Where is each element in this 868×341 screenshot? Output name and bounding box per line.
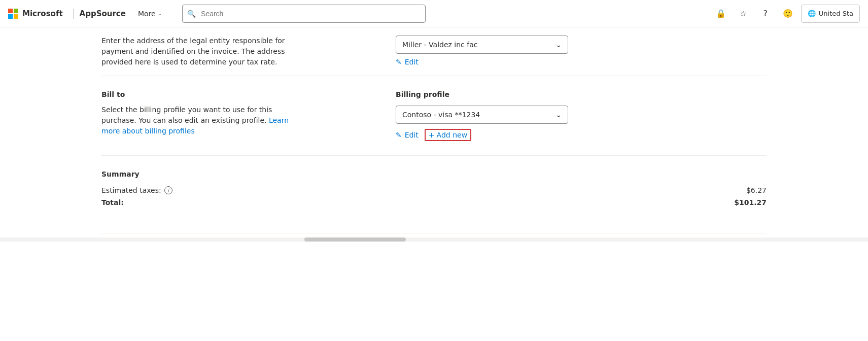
ms-grid-icon	[8, 9, 18, 19]
star-icon: ☆	[740, 9, 747, 18]
add-new-button[interactable]: + Add new	[425, 129, 471, 141]
edit-pencil-icon: ✎	[396, 131, 402, 139]
lock-icon: 🔒	[716, 9, 726, 18]
summary-title: Summary	[101, 170, 767, 178]
search-container: 🔍	[182, 5, 426, 23]
billing-profile-label: Billing profile	[396, 90, 568, 98]
region-label: United Sta	[819, 10, 853, 17]
estimated-taxes-label: Estimated taxes:	[101, 186, 161, 194]
top-edit-link[interactable]: ✎ Edit	[396, 58, 568, 66]
horizontal-scrollbar[interactable]	[0, 237, 868, 242]
bill-to-description: Select the billing profile you want to u…	[101, 105, 294, 137]
billing-profile-value: Contoso - visa **1234	[402, 111, 480, 119]
microsoft-brand: Microsoft	[22, 9, 63, 18]
bill-to-right: Billing profile Contoso - visa **1234 ⌄ …	[396, 90, 568, 141]
edit-pencil-icon: ✎	[396, 58, 402, 66]
estimated-taxes-label-group: Estimated taxes: i	[101, 186, 172, 194]
top-right: Miller - Valdez inc fac ⌄ ✎ Edit	[396, 36, 568, 66]
top-description: Enter the address of the legal entity re…	[101, 36, 294, 67]
lock-icon-button[interactable]: 🔒	[712, 5, 730, 23]
estimated-taxes-value: $6.27	[746, 186, 767, 194]
person-icon: 🙂	[783, 9, 793, 18]
total-row: Total: $101.27	[101, 198, 767, 207]
help-icon: ?	[763, 9, 768, 18]
main-content: Enter the address of the legal entity re…	[0, 27, 868, 233]
nav-divider	[73, 9, 74, 19]
estimated-taxes-row: Estimated taxes: i $6.27	[101, 186, 767, 194]
summary-section: Summary Estimated taxes: i $6.27 Total: …	[101, 156, 767, 225]
scroll-thumb[interactable]	[304, 237, 406, 242]
plus-icon: +	[429, 131, 435, 139]
navigation-bar: Microsoft AppSource More ⌄ 🔍 🔒 ☆ ? 🙂 🌐 U…	[0, 0, 868, 27]
bill-to-section: Bill to Select the billing profile you w…	[101, 76, 767, 156]
address-dropdown[interactable]: Miller - Valdez inc fac ⌄	[396, 36, 568, 54]
chevron-down-icon: ⌄	[158, 11, 162, 16]
address-dropdown-value: Miller - Valdez inc fac	[402, 41, 477, 49]
bill-to-desc-text: Select the billing profile you want to u…	[101, 106, 272, 124]
total-label: Total:	[101, 198, 124, 207]
top-section: Enter the address of the legal entity re…	[101, 27, 767, 76]
nav-actions: 🔒 ☆ ? 🙂 🌐 United Sta	[712, 5, 860, 23]
microsoft-logo[interactable]: Microsoft	[8, 9, 63, 19]
region-selector[interactable]: 🌐 United Sta	[801, 5, 860, 23]
bottom-divider	[101, 233, 767, 233]
billing-edit-link[interactable]: ✎ Edit	[396, 131, 419, 139]
globe-icon: 🌐	[808, 10, 816, 17]
more-menu-button[interactable]: More ⌄	[134, 8, 166, 20]
bill-to-left: Bill to Select the billing profile you w…	[101, 90, 294, 137]
chevron-down-icon: ⌄	[555, 111, 562, 119]
info-icon[interactable]: i	[164, 186, 172, 194]
billing-actions-row: ✎ Edit + Add new	[396, 129, 568, 141]
appsource-brand: AppSource	[80, 9, 126, 18]
person-icon-button[interactable]: 🙂	[779, 5, 797, 23]
chevron-down-icon: ⌄	[555, 41, 562, 49]
search-icon: 🔍	[187, 10, 196, 18]
favorites-icon-button[interactable]: ☆	[734, 5, 752, 23]
billing-profile-dropdown[interactable]: Contoso - visa **1234 ⌄	[396, 106, 568, 124]
help-icon-button[interactable]: ?	[756, 5, 775, 23]
bill-to-title: Bill to	[101, 90, 294, 98]
total-value: $101.27	[734, 198, 767, 207]
search-input[interactable]	[182, 5, 426, 23]
